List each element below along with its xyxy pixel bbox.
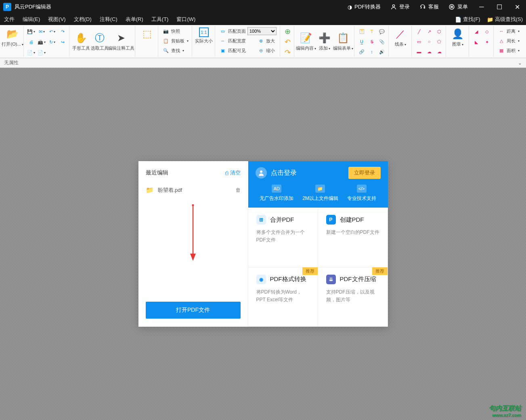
clipboard-button[interactable]: 📋剪贴板▾: [161, 36, 190, 45]
card-create-pdf[interactable]: P 创建PDF 新建一个空白的PDF文件: [318, 208, 388, 267]
annot-link-button[interactable]: 🔗: [357, 47, 367, 57]
ribbon-find-button[interactable]: 🔍查找▾: [161, 46, 190, 55]
area-button[interactable]: ▦面积▾: [496, 46, 521, 55]
shape-rectf-button[interactable]: ▬: [414, 47, 424, 57]
delete-recent-button[interactable]: 🗑: [235, 187, 241, 193]
undo-button[interactable]: ↶▾: [47, 27, 57, 36]
recent-file-item[interactable]: 📁 盼望着.pdf 🗑: [146, 184, 241, 196]
eraser-button[interactable]: ◢: [472, 27, 481, 36]
annot-replace-button[interactable]: ↕: [367, 47, 377, 57]
maximize-button[interactable]: ☐: [490, 0, 508, 14]
clear-recent-button[interactable]: ⎙ 清空: [225, 169, 241, 176]
ribbon-group-file-ops: 💾▾ ✉▾ ↶▾ ↷ 🖨 📠▾ ↻▾ ↪ 📄▾ 📄▾: [25, 26, 69, 57]
print-button[interactable]: 🖨: [26, 37, 36, 47]
shape-circle-button[interactable]: ○: [424, 37, 434, 46]
doc2-button[interactable]: 📄▾: [37, 48, 46, 57]
rotate-left-icon: ↶: [285, 38, 291, 46]
annot-underline-button[interactable]: U̲: [357, 37, 367, 46]
annot-strike-button[interactable]: S̶: [367, 37, 377, 46]
shape-cloud-button[interactable]: ☁: [424, 47, 434, 57]
shape-diamond-button[interactable]: ◇: [482, 27, 492, 36]
shape-rect-button[interactable]: ▭: [414, 37, 424, 46]
hand-tool-button[interactable]: ✋ 手形工具: [72, 31, 90, 52]
menu-tool[interactable]: 工具(T): [147, 14, 173, 25]
save-button[interactable]: 💾▾: [26, 27, 36, 36]
window-controls: ─ ☐ ✕: [473, 0, 526, 14]
distance-button[interactable]: ↔距离▾: [496, 27, 521, 36]
fit-width-button[interactable]: ↔匹配宽度 ⊕放大: [218, 36, 278, 45]
menu-file[interactable]: 文件: [0, 14, 19, 25]
annot-attach-button[interactable]: 📎: [377, 37, 387, 46]
lines-button[interactable]: ／ 线条▾: [391, 27, 410, 48]
shape-poly-button[interactable]: ⬡: [434, 27, 444, 36]
mail-button[interactable]: ✉▾: [37, 27, 46, 36]
fit-visible-button[interactable]: ▣匹配可见 ⊖缩小: [218, 46, 278, 55]
annotate-tool-button[interactable]: ➤ 编辑注释工具: [109, 31, 133, 52]
annot-note-button[interactable]: 💬: [377, 27, 387, 36]
snapshot-button[interactable]: 📷快照: [161, 27, 190, 36]
shape-cloud-icon: ☁: [427, 49, 432, 55]
card-convert-pdf[interactable]: 推荐 ◉ PDF格式转换 将PDF转换为Word，PPT Excel等文件: [248, 267, 318, 327]
add-button[interactable]: ➕ 添加▾: [315, 31, 334, 52]
menu-document[interactable]: 文档(D): [70, 14, 96, 25]
menu-view[interactable]: 视图(V): [44, 14, 69, 25]
pdf-converter-button[interactable]: ◑ PDF转换器: [343, 0, 386, 14]
annot-text-button[interactable]: 🅃: [357, 27, 367, 36]
eraser2-button[interactable]: ◣: [472, 37, 481, 47]
rotate-left-button[interactable]: ↶: [283, 37, 292, 47]
ribbon-group-measure: ↔距离▾ △周长▾ ▦面积▾: [495, 26, 523, 57]
menu-comment[interactable]: 注释(C): [96, 14, 122, 25]
doc-button[interactable]: 📄▾: [26, 48, 36, 57]
edit-form-button[interactable]: 📋 编辑表单▾: [334, 31, 352, 52]
perimeter-button[interactable]: △周长▾: [496, 36, 521, 45]
shape-star-button[interactable]: ✦: [482, 37, 492, 47]
menu-button[interactable]: 菜单: [444, 0, 473, 14]
open-file-button[interactable]: 📂 打开(O)...▾: [3, 27, 22, 48]
forward-button[interactable]: ↪: [58, 37, 67, 47]
menu-form[interactable]: 表单(R): [122, 14, 147, 25]
shape-pentagon-icon: ⬠: [437, 39, 441, 44]
redo-button[interactable]: ↷: [58, 27, 67, 36]
menu-edit[interactable]: 编辑(E): [19, 14, 44, 25]
annot-sound-button[interactable]: 🔊: [377, 47, 387, 57]
stamp-button[interactable]: 👤 图章▾: [448, 27, 467, 48]
attach-icon: 📎: [379, 39, 385, 44]
card-merge-pdf[interactable]: ⊞ 合并PDF 将多个文件合并为一个PDF文件: [248, 208, 318, 267]
find-button[interactable]: 📄 查找(F): [452, 15, 484, 24]
edit-content-icon: 📝: [300, 32, 312, 44]
rotate-right-button[interactable]: ↷: [283, 48, 292, 57]
advanced-find-button[interactable]: 📁 高级查找(S): [484, 15, 526, 24]
add-icon: ➕: [318, 32, 331, 44]
attrbar-expand-button[interactable]: ⌄: [518, 60, 522, 66]
click-login-label[interactable]: 点击登录: [271, 169, 297, 177]
login-button[interactable]: 登录: [386, 0, 415, 14]
annotate-label: 编辑注释工具: [108, 45, 134, 51]
redo2-button[interactable]: ↻▾: [47, 37, 57, 47]
actual-size-button[interactable]: 1:1 实际大小: [195, 27, 213, 45]
shape-line-icon: ╱: [418, 29, 421, 34]
card-compress-pdf[interactable]: 推荐 ⇊ PDF文件压缩 支持PDF压缩，以及视频，图片等: [318, 267, 388, 327]
shape-cloud2-button[interactable]: ☁: [434, 47, 444, 57]
pdf-converter-label: PDF转换器: [354, 3, 381, 10]
folder-search-icon: 📁: [487, 17, 493, 23]
scan-button[interactable]: 📠▾: [37, 37, 46, 47]
shape-line-button[interactable]: ╱: [414, 27, 424, 36]
avatar-icon: [256, 167, 267, 178]
minimize-button[interactable]: ─: [473, 0, 490, 14]
recommend-badge: 推荐: [302, 267, 318, 275]
watermark-sub: www.xz7.com: [489, 413, 521, 418]
zoom-select[interactable]: 100%: [247, 27, 277, 35]
magnify-plus-button[interactable]: ⊕: [283, 27, 292, 36]
edit-content-button[interactable]: 📝 编辑内容▾: [297, 31, 315, 52]
shape-pentagon-button[interactable]: ⬠: [434, 37, 444, 46]
annot-highlight-button[interactable]: T: [367, 27, 377, 36]
open-pdf-button[interactable]: 打开PDF文件: [146, 302, 241, 319]
login-now-button[interactable]: 立即登录: [348, 167, 381, 179]
fit-page-button[interactable]: ▭匹配页面 100%: [218, 27, 278, 36]
shape-arrow-button[interactable]: ↗: [424, 27, 434, 36]
select-tool-button[interactable]: Ⓣ 选取工具: [90, 31, 109, 52]
menu-window[interactable]: 窗口(W): [172, 14, 199, 25]
close-button[interactable]: ✕: [508, 0, 526, 14]
selection-button[interactable]: ⬚: [138, 27, 156, 41]
customer-service-button[interactable]: 客服: [415, 0, 444, 14]
